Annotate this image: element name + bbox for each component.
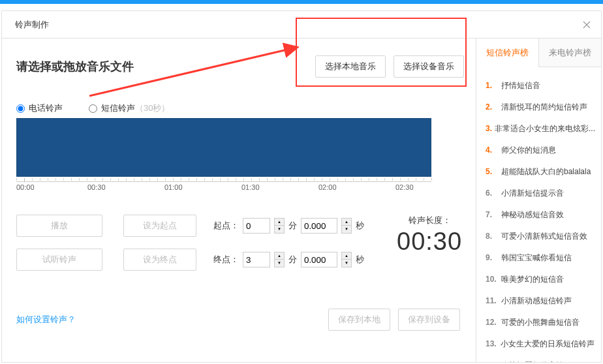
rank-item-label: 可爱的小熊舞曲短信音 — [501, 317, 580, 328]
rank-number: 8. — [486, 232, 499, 241]
chevron-down-icon[interactable]: ▼ — [275, 226, 284, 233]
start-sec-input[interactable] — [301, 218, 337, 234]
rank-item-label: 超能陆战队大白的balalala — [501, 166, 591, 177]
rank-item-label: 唯美梦幻的短信音 — [501, 274, 564, 285]
rank-item[interactable]: 5.超能陆战队大白的balalala — [486, 161, 595, 183]
how-to-set-ringtone-link[interactable]: 如何设置铃声？ — [16, 314, 76, 326]
rank-item-label: 清新悦耳的简约短信铃声 — [501, 102, 587, 113]
modal-title: 铃声制作 — [11, 19, 49, 31]
rank-number: 11. — [486, 296, 499, 305]
chevron-down-icon[interactable]: ▼ — [342, 226, 351, 233]
rank-item[interactable]: 9.韩国宝宝喊你看短信 — [486, 247, 595, 269]
ringtone-maker-modal: 铃声制作 请选择或拖放音乐文件 选择本地音乐 选择设备音乐 — [1, 10, 602, 363]
end-sec-stepper[interactable]: ▲▼ — [341, 252, 352, 267]
chevron-up-icon[interactable]: ▲ — [275, 252, 284, 260]
rank-item[interactable]: 10.唯美梦幻的短信音 — [486, 269, 595, 290]
play-button[interactable]: 播放 — [16, 215, 102, 237]
rank-number: 5. — [486, 167, 499, 176]
phone-ringtone-radio[interactable]: 电话铃声 — [16, 102, 63, 114]
ring-length-label: 铃声长度： — [409, 215, 451, 226]
set-end-button[interactable]: 设为终点 — [123, 249, 196, 271]
select-device-music-button[interactable]: 选择设备音乐 — [394, 55, 464, 78]
end-sec-input[interactable] — [301, 252, 337, 267]
phone-ringtone-label: 电话铃声 — [29, 102, 63, 114]
rank-number: 14. — [486, 361, 499, 362]
rank-item[interactable]: 3.非常适合小女生的来电炫彩... — [486, 118, 595, 140]
sms-ringtone-radio-input[interactable] — [89, 104, 97, 113]
chevron-up-icon[interactable]: ▲ — [342, 252, 351, 260]
rank-number: 2. — [486, 102, 499, 112]
start-sec-stepper[interactable]: ▲▼ — [341, 218, 352, 234]
select-local-music-button[interactable]: 选择本地音乐 — [315, 55, 386, 78]
rank-item[interactable]: 8.可爱小清新韩式短信音效 — [486, 226, 595, 247]
rank-number: 3. — [486, 124, 492, 133]
rank-list: 1.抒情短信音2.清新悦耳的简约短信铃声3.非常适合小女生的来电炫彩...4.师… — [476, 67, 601, 362]
rank-item-label: 小清新短信提示音 — [501, 188, 564, 199]
rank-item-label: 小清新动感短信铃声 — [501, 296, 572, 307]
rank-item-label: 韩国宝宝喊你看短信 — [501, 252, 572, 264]
rank-item[interactable]: 11.小清新动感短信铃声 — [486, 290, 595, 312]
rank-number: 10. — [486, 275, 499, 284]
rank-item-label: 师父你的短消息 — [501, 145, 556, 156]
preview-button[interactable]: 试听铃声 — [16, 249, 102, 271]
file-drop-title: 请选择或拖放音乐文件 — [16, 59, 134, 74]
rank-item[interactable]: 6.小清新短信提示音 — [486, 183, 595, 204]
rank-item[interactable]: 14.欢快钢琴短信音效 — [486, 355, 595, 362]
rank-item[interactable]: 12.可爱的小熊舞曲短信音 — [486, 312, 595, 333]
start-label: 起点： — [213, 220, 239, 232]
chevron-up-icon[interactable]: ▲ — [342, 219, 351, 226]
chevron-down-icon[interactable]: ▼ — [275, 260, 284, 267]
save-device-button[interactable]: 保存到设备 — [398, 309, 460, 331]
rank-item-label: 非常适合小女生的来电炫彩... — [495, 123, 595, 134]
end-label: 终点： — [213, 254, 239, 265]
rank-item[interactable]: 13.小女生大爱的日系短信铃声 — [486, 333, 595, 355]
chevron-up-icon[interactable]: ▲ — [275, 219, 284, 226]
chevron-down-icon[interactable]: ▼ — [342, 260, 351, 267]
rank-item-label: 小女生大爱的日系短信铃声 — [501, 339, 595, 350]
start-min-input[interactable] — [243, 218, 270, 234]
rank-number: 6. — [486, 189, 499, 198]
rank-number: 12. — [486, 318, 499, 327]
end-min-stepper[interactable]: ▲▼ — [274, 252, 285, 267]
rank-item[interactable]: 2.清新悦耳的简约短信铃声 — [486, 97, 595, 118]
end-min-input[interactable] — [243, 252, 270, 267]
sms-ringtone-radio[interactable]: 短信铃声（30秒） — [89, 102, 170, 114]
time-ruler: 00:00 00:30 01:00 01:30 02:00 02:30 — [16, 178, 431, 192]
rank-item-label: 欢快钢琴短信音效 — [501, 360, 564, 362]
rank-item[interactable]: 7.神秘动感短信音效 — [486, 204, 595, 226]
tab-sms-rank[interactable]: 短信铃声榜 — [476, 38, 538, 67]
rank-item[interactable]: 4.师父你的短消息 — [486, 140, 595, 161]
sms-ringtone-label: 短信铃声（30秒） — [101, 102, 170, 114]
ring-length-value: 00:30 — [397, 228, 462, 256]
rank-number: 13. — [486, 339, 498, 348]
rank-number: 9. — [486, 253, 499, 262]
rank-number: 4. — [486, 145, 499, 155]
tab-call-rank[interactable]: 来电铃声榜 — [538, 38, 601, 67]
start-min-stepper[interactable]: ▲▼ — [274, 218, 285, 234]
rank-item-label: 神秘动感短信音效 — [501, 209, 564, 220]
waveform-area[interactable] — [16, 118, 431, 177]
rank-number: 7. — [486, 210, 499, 219]
save-local-button[interactable]: 保存到本地 — [328, 309, 390, 331]
rank-item[interactable]: 1.抒情短信音 — [486, 75, 595, 97]
close-icon[interactable] — [581, 20, 592, 30]
set-start-button[interactable]: 设为起点 — [123, 215, 196, 237]
rank-item-label: 可爱小清新韩式短信音效 — [501, 231, 587, 242]
rank-item-label: 抒情短信音 — [501, 80, 540, 91]
phone-ringtone-radio-input[interactable] — [16, 104, 25, 113]
rank-number: 1. — [486, 81, 499, 90]
